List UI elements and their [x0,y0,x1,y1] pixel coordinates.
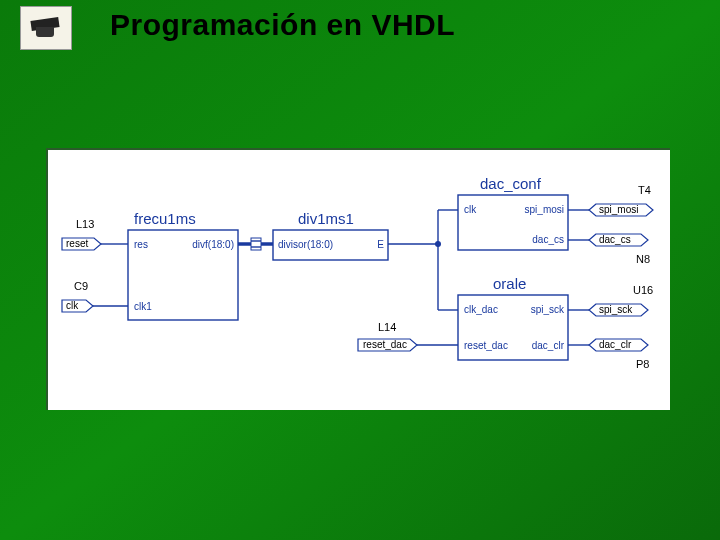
pin-clk-dac: clk_dac [464,304,498,315]
loc-T4: T4 [638,184,651,196]
pin-dacconf-clk: clk [464,204,477,215]
pin-dac-cs: dac_cs [532,234,564,245]
pin-spi-sck: spi_sck [531,304,565,315]
pin-reset-dac-in: reset_dac [464,340,508,351]
block-title-frecu1ms: frecu1ms [134,210,196,227]
pin-clk1: clk1 [134,301,152,312]
block-title-orale: orale [493,275,526,292]
loc-U16: U16 [633,284,653,296]
graduation-cap-icon [31,17,61,39]
loc-N8: N8 [636,253,650,265]
loc-L13: L13 [76,218,94,230]
block-diagram: frecu1ms res clk1 divf(18:0) div1ms1 div… [46,148,670,410]
port-spi-sck-label: spi_sck [599,304,633,315]
bus-junction-box [251,238,261,250]
port-dac-clr-label: dac_clr [599,339,632,350]
port-spi-mosi-label: spi_mosi [599,204,638,215]
pin-dac-clr: dac_clr [532,340,565,351]
port-dac-cs-label: dac_cs [599,234,631,245]
port-reset-label: reset [66,238,88,249]
pin-res: res [134,239,148,250]
loc-L14: L14 [378,321,396,333]
slide-title: Programación en VHDL [110,8,455,42]
pin-E: E [377,239,384,250]
pin-spi-mosi: spi_mosi [525,204,564,215]
loc-C9: C9 [74,280,88,292]
port-clk-label: clk [66,300,79,311]
pin-divisor: divisor(18:0) [278,239,333,250]
loc-P8: P8 [636,358,649,370]
port-reset-dac-label: reset_dac [363,339,407,350]
slide-logo [20,6,72,50]
block-title-div1ms1: div1ms1 [298,210,354,227]
block-title-dac-conf: dac_conf [480,175,542,192]
pin-divf: divf(18:0) [192,239,234,250]
